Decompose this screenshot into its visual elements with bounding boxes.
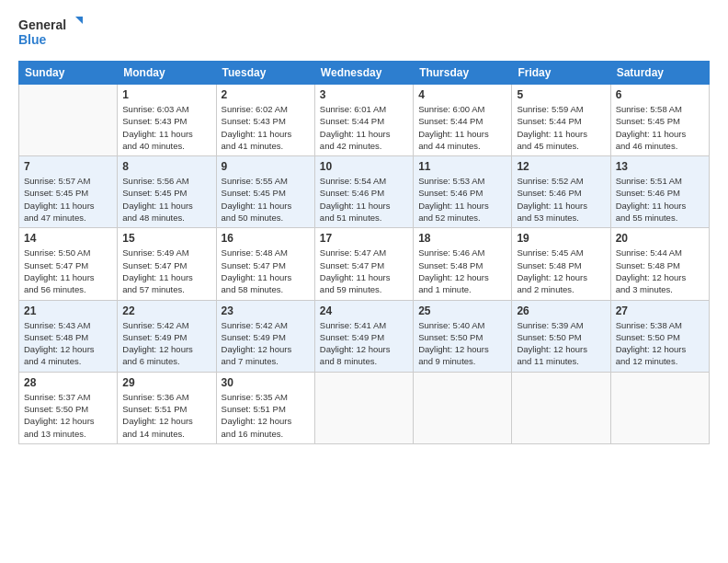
day-number: 9 xyxy=(222,160,310,173)
calendar-cell: 8Sunrise: 5:56 AMSunset: 5:45 PMDaylight… xyxy=(118,156,216,228)
day-number: 26 xyxy=(517,304,605,317)
day-info: Sunrise: 5:42 AMSunset: 5:49 PMDaylight:… xyxy=(122,319,210,368)
day-number: 18 xyxy=(418,232,506,245)
day-info: Sunrise: 5:53 AMSunset: 5:46 PMDaylight:… xyxy=(418,175,506,224)
day-number: 4 xyxy=(418,88,506,101)
calendar-cell: 30Sunrise: 5:35 AMSunset: 5:51 PMDayligh… xyxy=(216,372,314,443)
day-number: 8 xyxy=(122,160,210,173)
day-info: Sunrise: 5:47 AMSunset: 5:47 PMDaylight:… xyxy=(320,247,408,295)
day-number: 7 xyxy=(24,160,112,173)
day-number: 24 xyxy=(320,304,408,317)
day-info: Sunrise: 5:58 AMSunset: 5:45 PMDaylight:… xyxy=(616,103,704,152)
calendar-cell: 5Sunrise: 5:59 AMSunset: 5:44 PMDaylight… xyxy=(512,85,610,156)
day-number: 6 xyxy=(616,88,704,101)
calendar-cell: 20Sunrise: 5:44 AMSunset: 5:48 PMDayligh… xyxy=(610,228,709,300)
day-number: 13 xyxy=(616,160,704,173)
day-info: Sunrise: 6:03 AMSunset: 5:43 PMDaylight:… xyxy=(122,103,210,152)
day-info: Sunrise: 5:44 AMSunset: 5:48 PMDaylight:… xyxy=(616,247,704,295)
calendar-week-row: 14Sunrise: 5:50 AMSunset: 5:47 PMDayligh… xyxy=(19,228,710,300)
day-number: 29 xyxy=(122,376,210,389)
days-header-row: SundayMondayTuesdayWednesdayThursdayFrid… xyxy=(19,62,710,85)
calendar-cell: 19Sunrise: 5:45 AMSunset: 5:48 PMDayligh… xyxy=(512,228,610,300)
day-info: Sunrise: 5:57 AMSunset: 5:45 PMDaylight:… xyxy=(24,175,112,224)
calendar-table: SundayMondayTuesdayWednesdayThursdayFrid… xyxy=(18,61,710,444)
day-number: 2 xyxy=(222,88,310,101)
day-info: Sunrise: 5:41 AMSunset: 5:49 PMDaylight:… xyxy=(320,319,408,368)
calendar-cell: 3Sunrise: 6:01 AMSunset: 5:44 PMDaylight… xyxy=(314,85,413,156)
svg-marker-1 xyxy=(75,17,83,24)
day-number: 22 xyxy=(122,304,210,317)
day-number: 16 xyxy=(222,232,310,245)
calendar-cell: 17Sunrise: 5:47 AMSunset: 5:47 PMDayligh… xyxy=(314,228,413,300)
day-number: 27 xyxy=(616,304,704,317)
calendar-week-row: 28Sunrise: 5:37 AMSunset: 5:50 PMDayligh… xyxy=(19,372,710,443)
calendar-cell xyxy=(512,372,610,443)
day-info: Sunrise: 6:00 AMSunset: 5:44 PMDaylight:… xyxy=(418,103,506,152)
logo: General Blue xyxy=(18,15,83,52)
calendar-cell: 16Sunrise: 5:48 AMSunset: 5:47 PMDayligh… xyxy=(216,228,314,300)
calendar-cell xyxy=(414,372,512,443)
day-number: 20 xyxy=(616,232,704,245)
calendar-cell: 15Sunrise: 5:49 AMSunset: 5:47 PMDayligh… xyxy=(118,228,216,300)
day-number: 19 xyxy=(517,232,605,245)
calendar-cell xyxy=(19,85,118,156)
day-header-friday: Friday xyxy=(512,62,610,85)
day-info: Sunrise: 5:54 AMSunset: 5:46 PMDaylight:… xyxy=(320,175,408,224)
day-number: 28 xyxy=(24,376,112,389)
day-header-sunday: Sunday xyxy=(19,62,118,85)
page-header: General Blue xyxy=(18,15,710,52)
calendar-cell xyxy=(314,372,413,443)
day-info: Sunrise: 5:35 AMSunset: 5:51 PMDaylight:… xyxy=(222,391,310,440)
day-number: 5 xyxy=(517,88,605,101)
logo-svg: General Blue xyxy=(18,15,83,52)
day-header-monday: Monday xyxy=(118,62,216,85)
day-header-thursday: Thursday xyxy=(414,62,512,85)
day-number: 10 xyxy=(320,160,408,173)
calendar-week-row: 21Sunrise: 5:43 AMSunset: 5:48 PMDayligh… xyxy=(19,300,710,372)
svg-text:General: General xyxy=(18,17,66,32)
calendar-cell: 29Sunrise: 5:36 AMSunset: 5:51 PMDayligh… xyxy=(118,372,216,443)
day-info: Sunrise: 5:59 AMSunset: 5:44 PMDaylight:… xyxy=(517,103,605,152)
day-info: Sunrise: 5:46 AMSunset: 5:48 PMDaylight:… xyxy=(418,247,506,295)
calendar-cell: 14Sunrise: 5:50 AMSunset: 5:47 PMDayligh… xyxy=(19,228,118,300)
day-info: Sunrise: 5:48 AMSunset: 5:47 PMDaylight:… xyxy=(222,247,310,295)
day-info: Sunrise: 5:43 AMSunset: 5:48 PMDaylight:… xyxy=(24,319,112,368)
day-info: Sunrise: 5:50 AMSunset: 5:47 PMDaylight:… xyxy=(24,247,112,295)
calendar-cell: 24Sunrise: 5:41 AMSunset: 5:49 PMDayligh… xyxy=(314,300,413,372)
calendar-cell: 6Sunrise: 5:58 AMSunset: 5:45 PMDaylight… xyxy=(610,85,709,156)
day-number: 25 xyxy=(418,304,506,317)
day-info: Sunrise: 6:02 AMSunset: 5:43 PMDaylight:… xyxy=(222,103,310,152)
day-info: Sunrise: 5:39 AMSunset: 5:50 PMDaylight:… xyxy=(517,319,605,368)
day-number: 1 xyxy=(122,88,210,101)
day-info: Sunrise: 5:42 AMSunset: 5:49 PMDaylight:… xyxy=(222,319,310,368)
calendar-cell: 10Sunrise: 5:54 AMSunset: 5:46 PMDayligh… xyxy=(314,156,413,228)
calendar-week-row: 7Sunrise: 5:57 AMSunset: 5:45 PMDaylight… xyxy=(19,156,710,228)
day-info: Sunrise: 5:51 AMSunset: 5:46 PMDaylight:… xyxy=(616,175,704,224)
calendar-cell: 23Sunrise: 5:42 AMSunset: 5:49 PMDayligh… xyxy=(216,300,314,372)
calendar-cell: 9Sunrise: 5:55 AMSunset: 5:45 PMDaylight… xyxy=(216,156,314,228)
calendar-cell: 26Sunrise: 5:39 AMSunset: 5:50 PMDayligh… xyxy=(512,300,610,372)
day-info: Sunrise: 5:55 AMSunset: 5:45 PMDaylight:… xyxy=(222,175,310,224)
calendar-cell: 2Sunrise: 6:02 AMSunset: 5:43 PMDaylight… xyxy=(216,85,314,156)
calendar-cell xyxy=(610,372,709,443)
day-number: 30 xyxy=(222,376,310,389)
calendar-cell: 18Sunrise: 5:46 AMSunset: 5:48 PMDayligh… xyxy=(414,228,512,300)
day-info: Sunrise: 5:36 AMSunset: 5:51 PMDaylight:… xyxy=(122,391,210,440)
calendar-cell: 22Sunrise: 5:42 AMSunset: 5:49 PMDayligh… xyxy=(118,300,216,372)
day-info: Sunrise: 6:01 AMSunset: 5:44 PMDaylight:… xyxy=(320,103,408,152)
calendar-cell: 28Sunrise: 5:37 AMSunset: 5:50 PMDayligh… xyxy=(19,372,118,443)
calendar-cell: 21Sunrise: 5:43 AMSunset: 5:48 PMDayligh… xyxy=(19,300,118,372)
calendar-cell: 27Sunrise: 5:38 AMSunset: 5:50 PMDayligh… xyxy=(610,300,709,372)
calendar-cell: 12Sunrise: 5:52 AMSunset: 5:46 PMDayligh… xyxy=(512,156,610,228)
day-number: 3 xyxy=(320,88,408,101)
day-number: 14 xyxy=(24,232,112,245)
day-header-wednesday: Wednesday xyxy=(314,62,413,85)
day-number: 15 xyxy=(122,232,210,245)
day-info: Sunrise: 5:56 AMSunset: 5:45 PMDaylight:… xyxy=(122,175,210,224)
day-number: 17 xyxy=(320,232,408,245)
calendar-cell: 1Sunrise: 6:03 AMSunset: 5:43 PMDaylight… xyxy=(118,85,216,156)
day-info: Sunrise: 5:52 AMSunset: 5:46 PMDaylight:… xyxy=(517,175,605,224)
day-info: Sunrise: 5:40 AMSunset: 5:50 PMDaylight:… xyxy=(418,319,506,368)
day-number: 23 xyxy=(222,304,310,317)
calendar-cell: 4Sunrise: 6:00 AMSunset: 5:44 PMDaylight… xyxy=(414,85,512,156)
